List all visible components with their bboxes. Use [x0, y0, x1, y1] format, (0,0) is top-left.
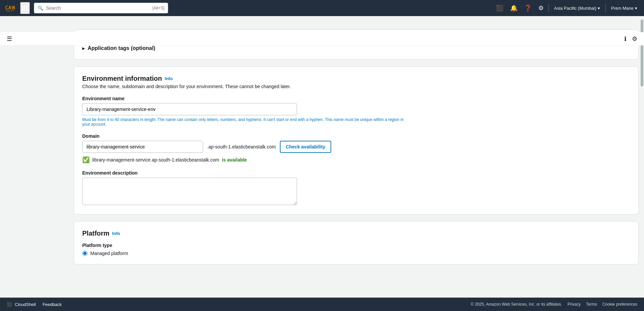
- managed-platform-option[interactable]: Managed platform: [82, 251, 630, 256]
- secondary-nav-right: ℹ ⚙: [623, 34, 639, 44]
- scrollbar-thumb[interactable]: [641, 19, 643, 86]
- domain-section: Domain .ap-south-1.elasticbeanstalk.com …: [82, 133, 630, 164]
- nav-divider-2: [605, 4, 606, 12]
- availability-url: library-management-service.ap-south-1.el…: [92, 157, 219, 163]
- managed-platform-radio[interactable]: [82, 251, 88, 256]
- apps-grid-button[interactable]: ⊞: [20, 2, 30, 14]
- env-name-label: Environment name: [82, 96, 630, 101]
- platform-title-row: Platform Info: [82, 230, 630, 237]
- search-bar: 🔍 [Alt+S]: [34, 3, 168, 13]
- aws-logo[interactable]: [4, 2, 16, 14]
- domain-row: .ap-south-1.elasticbeanstalk.com Check a…: [82, 141, 630, 153]
- sidebar: Review: [0, 29, 74, 285]
- app-tags-collapsible[interactable]: ▶ Application tags (optional): [82, 45, 630, 51]
- info-icon-button[interactable]: ℹ: [623, 34, 628, 44]
- top-navigation: ⊞ 🔍 [Alt+S] ⬛ 🔔 ❓ ⚙ Asia Pacific (Mumbai…: [0, 0, 644, 16]
- env-name-hint: Must be from 4 to 40 characters in lengt…: [82, 117, 404, 127]
- app-tags-title: Application tags (optional): [88, 45, 155, 51]
- chevron-down-icon-user: ▾: [635, 6, 637, 11]
- scrollbar-track: [640, 16, 644, 298]
- check-availability-button[interactable]: Check availability: [280, 141, 332, 153]
- region-selector[interactable]: Asia Pacific (Mumbai) ▾: [551, 4, 603, 12]
- env-name-input[interactable]: [82, 103, 297, 115]
- env-info-title-row: Environment information Info: [82, 75, 630, 82]
- managed-platform-label: Managed platform: [90, 251, 128, 256]
- search-icon: 🔍: [38, 5, 43, 11]
- nav-divider: [548, 4, 549, 12]
- search-shortcut: [Alt+S]: [152, 6, 164, 10]
- check-circle-icon: ✅: [82, 156, 90, 164]
- env-name-field: Environment name Must be from 4 to 40 ch…: [82, 96, 630, 127]
- env-info-title: Environment information: [82, 75, 162, 82]
- region-label: Asia Pacific (Mumbai): [554, 6, 596, 11]
- search-input[interactable]: [46, 5, 150, 11]
- availability-status: ✅ library-management-service.ap-south-1.…: [82, 156, 630, 164]
- nav-icons: ⬛ 🔔 ❓ ⚙ Asia Pacific (Mumbai) ▾ Prem Man…: [494, 2, 640, 14]
- domain-input[interactable]: [82, 141, 203, 153]
- availability-text: is available: [222, 157, 247, 163]
- help-button[interactable]: ❓: [522, 2, 534, 14]
- content-area: Maximum length of 100 characters. ▶ Appl…: [74, 29, 644, 285]
- platform-title: Platform: [82, 230, 109, 237]
- domain-label: Domain: [82, 133, 630, 139]
- domain-suffix: .ap-south-1.elasticbeanstalk.com: [207, 144, 276, 149]
- platform-info-link[interactable]: Info: [112, 231, 120, 236]
- terminal-icon-button[interactable]: ⬛: [494, 2, 505, 14]
- env-desc-textarea[interactable]: [82, 178, 297, 205]
- env-info-subtitle: Choose the name, subdomain and descripti…: [82, 84, 630, 89]
- settings-button[interactable]: ⚙: [536, 2, 546, 14]
- hamburger-menu-button[interactable]: ☰: [5, 34, 13, 44]
- secondary-navigation: ☰ ℹ ⚙: [0, 32, 644, 46]
- settings-icon-button[interactable]: ⚙: [631, 34, 639, 44]
- environment-info-card: Environment information Info Choose the …: [74, 66, 639, 214]
- chevron-down-icon: ▾: [598, 6, 600, 11]
- notifications-button[interactable]: 🔔: [508, 2, 519, 14]
- env-info-link[interactable]: Info: [165, 76, 173, 81]
- triangle-right-icon: ▶: [82, 47, 85, 50]
- main-content: Review Maximum length of 100 characters.…: [0, 29, 644, 298]
- env-desc-field: Environment description: [82, 170, 630, 206]
- platform-type-label: Platform type: [82, 243, 630, 248]
- page-layout: Review Maximum length of 100 characters.…: [0, 29, 644, 285]
- user-name: Prem Mane: [611, 6, 634, 11]
- platform-card: Platform Info Platform type Managed plat…: [74, 221, 639, 264]
- user-menu[interactable]: Prem Mane ▾: [608, 4, 640, 12]
- env-desc-label: Environment description: [82, 170, 630, 176]
